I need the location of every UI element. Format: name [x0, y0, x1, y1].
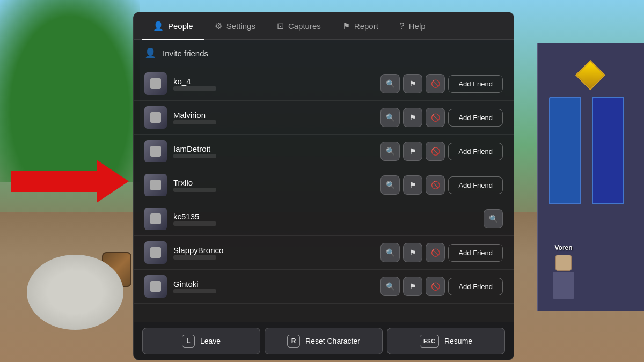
panel-content: 👤 Invite friends ko_4 🔍 ⚑ 🚫 Add Friend — [134, 40, 514, 322]
flag-btn-iamdetroit[interactable]: ⚑ — [403, 142, 422, 161]
tab-captures-label: Captures — [288, 21, 321, 31]
player-info-trxllo: Trxllo — [173, 178, 374, 192]
reset-key-badge: R — [287, 335, 300, 348]
people-icon: 👤 — [153, 21, 164, 31]
tree-decoration — [0, 0, 140, 182]
tab-bar: 👤 People ⚙ Settings ⊡ Captures ⚑ Report … — [134, 12, 514, 40]
reset-label: Reset Character — [305, 337, 360, 345]
tab-people-label: People — [168, 21, 193, 31]
player-actions-slappybronco: 🔍 ⚑ 🚫 Add Friend — [380, 243, 503, 262]
add-friend-btn-ko4[interactable]: Add Friend — [448, 75, 503, 93]
block-btn-iamdetroit[interactable]: 🚫 — [426, 142, 445, 161]
player-row-malvirion: Malvirion 🔍 ⚑ 🚫 Add Friend — [134, 101, 514, 135]
dialog-panel: 👤 People ⚙ Settings ⊡ Captures ⚑ Report … — [133, 12, 514, 360]
player-actions-gintoki: 🔍 ⚑ 🚫 Add Friend — [380, 277, 503, 296]
add-friend-btn-slappybronco[interactable]: Add Friend — [448, 244, 503, 262]
player-name-gintoki: Gintoki — [173, 279, 374, 289]
tab-people[interactable]: 👤 People — [142, 12, 204, 40]
inspect-btn-slappybronco[interactable]: 🔍 — [380, 243, 400, 262]
help-icon: ? — [400, 21, 405, 31]
tab-report-label: Report — [354, 21, 378, 31]
leave-button[interactable]: L Leave — [142, 328, 260, 354]
tab-settings[interactable]: ⚙ Settings — [204, 12, 266, 40]
player-sub-kc5135 — [173, 221, 216, 226]
inspect-btn-iamdetroit[interactable]: 🔍 — [380, 142, 400, 161]
npc-name: Voren — [554, 244, 572, 252]
captures-icon: ⊡ — [277, 21, 284, 31]
flag-btn-gintoki[interactable]: ⚑ — [403, 277, 422, 296]
resume-label: Resume — [444, 337, 472, 345]
tab-settings-label: Settings — [226, 21, 255, 31]
inspect-btn-gintoki[interactable]: 🔍 — [380, 277, 400, 296]
inspect-btn-trxllo[interactable]: 🔍 — [380, 175, 400, 195]
block-btn-gintoki[interactable]: 🚫 — [426, 277, 445, 296]
invite-icon: 👤 — [144, 47, 156, 59]
player-info-malvirion: Malvirion — [173, 110, 374, 124]
report-icon: ⚑ — [342, 21, 350, 31]
add-friend-btn-trxllo[interactable]: Add Friend — [448, 176, 503, 194]
player-avatar-trxllo — [144, 174, 167, 196]
player-actions-iamdetroit: 🔍 ⚑ 🚫 Add Friend — [380, 142, 503, 161]
flag-btn-malvirion[interactable]: ⚑ — [403, 108, 422, 127]
player-avatar-iamdetroit — [144, 140, 167, 162]
block-btn-malvirion[interactable]: 🚫 — [426, 108, 445, 127]
player-avatar-ko4 — [144, 72, 167, 95]
arrow-body — [11, 171, 97, 192]
tab-help[interactable]: ? Help — [389, 13, 436, 40]
tab-report[interactable]: ⚑ Report — [332, 12, 389, 40]
player-name-kc5135: kc5135 — [173, 212, 477, 221]
resume-key-badge: ESC — [420, 335, 439, 348]
add-friend-btn-malvirion[interactable]: Add Friend — [448, 109, 503, 127]
player-row-iamdetroit: IamDetroit 🔍 ⚑ 🚫 Add Friend — [134, 135, 514, 168]
arrow-head — [97, 160, 129, 203]
player-row-ko4: ko_4 🔍 ⚑ 🚫 Add Friend — [134, 67, 514, 101]
player-name-ko4: ko_4 — [173, 77, 374, 86]
resume-button[interactable]: ESC Resume — [387, 328, 505, 354]
block-btn-trxllo[interactable]: 🚫 — [426, 175, 445, 195]
flag-btn-trxllo[interactable]: ⚑ — [403, 175, 422, 195]
player-avatar-kc5135 — [144, 208, 167, 230]
player-actions-malvirion: 🔍 ⚑ 🚫 Add Friend — [380, 108, 503, 127]
leave-key-badge: L — [182, 335, 195, 348]
add-friend-btn-iamdetroit[interactable]: Add Friend — [448, 143, 503, 160]
invite-friends-row[interactable]: 👤 Invite friends — [134, 40, 514, 67]
player-avatar-slappybronco — [144, 241, 167, 264]
inspect-btn-ko4[interactable]: 🔍 — [380, 74, 400, 93]
player-sub-gintoki — [173, 289, 216, 293]
player-row-slappybronco: SlappyBronco 🔍 ⚑ 🚫 Add Friend — [134, 236, 514, 270]
inspect-btn-kc5135[interactable]: 🔍 — [484, 209, 503, 228]
action-bar: L Leave R Reset Character ESC Resume — [134, 322, 514, 360]
npc-head — [555, 255, 572, 271]
player-name-iamdetroit: IamDetroit — [173, 144, 374, 153]
tab-help-label: Help — [409, 21, 426, 31]
flag-btn-ko4[interactable]: ⚑ — [403, 74, 422, 93]
player-row-gintoki: Gintoki 🔍 ⚑ 🚫 Add Friend — [134, 270, 514, 304]
player-sub-iamdetroit — [173, 154, 216, 158]
player-info-ko4: ko_4 — [173, 77, 374, 91]
inspect-btn-malvirion[interactable]: 🔍 — [380, 108, 400, 127]
red-arrow — [11, 160, 129, 203]
player-row-trxllo: Trxllo 🔍 ⚑ 🚫 Add Friend — [134, 168, 514, 202]
invite-label: Invite friends — [163, 49, 208, 58]
flag-btn-slappybronco[interactable]: ⚑ — [403, 243, 422, 262]
player-sub-slappybronco — [173, 255, 216, 260]
building-door-2 — [592, 97, 624, 204]
player-avatar-gintoki — [144, 275, 167, 298]
fluffy-decoration — [27, 255, 123, 330]
building-door-1 — [549, 97, 581, 204]
player-info-kc5135: kc5135 — [173, 212, 477, 226]
settings-icon: ⚙ — [215, 21, 222, 31]
block-btn-ko4[interactable]: 🚫 — [426, 74, 445, 93]
player-actions-ko4: 🔍 ⚑ 🚫 Add Friend — [380, 74, 503, 93]
player-info-gintoki: Gintoki — [173, 279, 374, 293]
block-btn-slappybronco[interactable]: 🚫 — [426, 243, 445, 262]
player-sub-ko4 — [173, 86, 216, 91]
tab-captures[interactable]: ⊡ Captures — [266, 12, 332, 40]
reset-character-button[interactable]: R Reset Character — [265, 328, 383, 354]
player-sub-trxllo — [173, 188, 216, 192]
player-name-trxllo: Trxllo — [173, 178, 374, 187]
add-friend-btn-gintoki[interactable]: Add Friend — [448, 278, 503, 295]
player-row-kc5135: kc5135 🔍 — [134, 202, 514, 236]
player-actions-kc5135: 🔍 — [484, 209, 503, 228]
player-sub-malvirion — [173, 120, 216, 124]
